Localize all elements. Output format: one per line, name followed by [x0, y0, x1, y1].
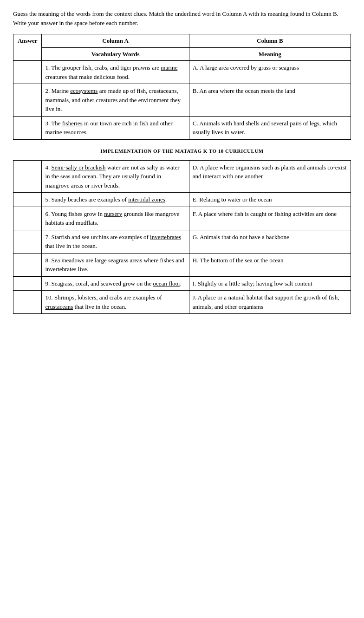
- answer-header: Answer: [13, 34, 42, 61]
- answer-cell[interactable]: [13, 116, 42, 139]
- answer-cell[interactable]: [13, 193, 42, 207]
- table-row: 7. Starfish and sea urchins are examples…: [13, 230, 351, 253]
- table-row: 10. Shrimps, lobsters, and crabs are exa…: [13, 291, 351, 314]
- table-row: 9. Seagrass, coral, and seaweed grow on …: [13, 276, 351, 291]
- col-b-cell: E. Relating to water or the ocean: [189, 193, 351, 207]
- answer-cell[interactable]: [13, 230, 42, 253]
- table-row: 1. The grouper fish, crabs, and tiger pr…: [13, 61, 351, 84]
- answer-cell[interactable]: [13, 207, 42, 230]
- table-row: 2. Marine ecosystems are made up of fish…: [13, 84, 351, 117]
- curriculum-header: IMPLEMENTATION OF THE MATATAG K TO 10 CU…: [13, 148, 351, 154]
- col-a-cell: 2. Marine ecosystems are made up of fish…: [42, 84, 189, 117]
- col-b-cell: C. Animals with hard shells and several …: [189, 116, 351, 139]
- col-b-cell: J. A place or a natural habitat that sup…: [189, 291, 351, 314]
- col-b-cell: F. A place where fish is caught or fishi…: [189, 207, 351, 230]
- col-a-cell: 9. Seagrass, coral, and seaweed grow on …: [42, 276, 189, 291]
- col-a-sub-header: Vocabulary Words: [42, 47, 189, 61]
- vocabulary-table-2: 4. Semi-salty or brackish water are not …: [13, 160, 351, 314]
- col-a-header: Column A: [42, 34, 189, 48]
- col-a-cell: 1. The grouper fish, crabs, and tiger pr…: [42, 61, 189, 84]
- col-b-cell: I. Slightly or a little salty; having lo…: [189, 276, 351, 291]
- answer-cell[interactable]: [13, 276, 42, 291]
- answer-cell[interactable]: [13, 253, 42, 276]
- col-b-cell: A. A large area covered by grass or seag…: [189, 61, 351, 84]
- col-b-cell: H. The bottom of the sea or the ocean: [189, 253, 351, 276]
- table-row: 4. Semi-salty or brackish water are not …: [13, 160, 351, 193]
- col-b-sub-header: Meaning: [189, 47, 351, 61]
- table-row: 3. The fisheries in our town are rich in…: [13, 116, 351, 139]
- col-a-cell: 5. Sandy beaches are examples of interti…: [42, 193, 189, 207]
- answer-cell[interactable]: [13, 84, 42, 117]
- col-b-cell: G. Animals that do not have a backbone: [189, 230, 351, 253]
- table-row: 5. Sandy beaches are examples of interti…: [13, 193, 351, 207]
- col-a-cell: 4. Semi-salty or brackish water are not …: [42, 160, 189, 193]
- vocabulary-table-1: Answer Column A Column B Vocabulary Word…: [13, 34, 351, 140]
- col-b-cell: D. A place where organisms such as plant…: [189, 160, 351, 193]
- table-row: 8. Sea meadows are large seagrass areas …: [13, 253, 351, 276]
- table-row: 6. Young fishes grow in nursery grounds …: [13, 207, 351, 230]
- col-a-cell: 10. Shrimps, lobsters, and crabs are exa…: [42, 291, 189, 314]
- col-a-cell: 3. The fisheries in our town are rich in…: [42, 116, 189, 139]
- col-a-cell: 7. Starfish and sea urchins are examples…: [42, 230, 189, 253]
- col-b-cell: B. An area where the ocean meets the lan…: [189, 84, 351, 117]
- answer-cell[interactable]: [13, 160, 42, 193]
- col-a-cell: 8. Sea meadows are large seagrass areas …: [42, 253, 189, 276]
- col-a-cell: 6. Young fishes grow in nursery grounds …: [42, 207, 189, 230]
- answer-cell[interactable]: [13, 291, 42, 314]
- instructions-text: Guess the meaning of the words from the …: [13, 9, 351, 27]
- answer-cell[interactable]: [13, 61, 42, 84]
- col-b-header: Column B: [189, 34, 351, 48]
